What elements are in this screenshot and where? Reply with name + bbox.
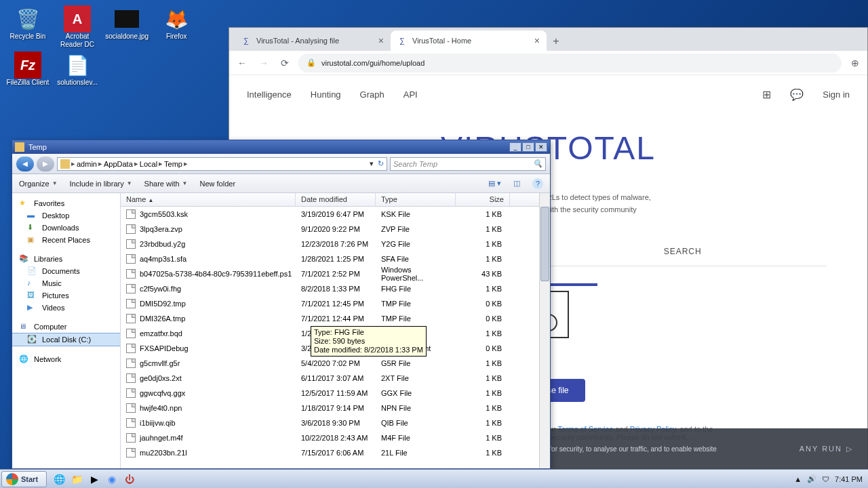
file-row[interactable]: g5cmvllf.g5r5/4/2020 7:02 PMG5R File1 KB: [121, 356, 550, 371]
chat-icon[interactable]: 💬: [790, 88, 804, 101]
desktop-icon-recyclebin[interactable]: 🗑️Recycle Bin: [4, 5, 52, 41]
file-row[interactable]: i1biijvw.qib3/6/2018 9:30 PMQIB File1 KB: [121, 415, 550, 430]
file-row[interactable]: aq4mp3s1.sfa1/28/2021 1:25 PMSFA File1 K…: [121, 251, 550, 266]
sort-asc-icon: ▲: [148, 197, 153, 203]
taskbar-ie[interactable]: 🌐: [51, 472, 67, 487]
acrobat-icon: A: [64, 5, 91, 33]
minimize-button[interactable]: _: [509, 142, 521, 152]
tab-search[interactable]: SEARCH: [664, 247, 702, 256]
maximize-button[interactable]: □: [522, 142, 534, 152]
tray-volume-icon[interactable]: 🔊: [807, 474, 816, 483]
file-row[interactable]: ge0dj0xs.2xt6/11/2017 3:07 AM2XT File1 K…: [121, 371, 550, 386]
sidebar-pictures[interactable]: 🖼Pictures: [12, 289, 120, 302]
sidebar-documents[interactable]: 📄Documents: [12, 265, 120, 277]
taskbar-chrome[interactable]: ◉: [104, 472, 120, 487]
start-button[interactable]: Start: [1, 471, 47, 487]
sidebar-music[interactable]: ♪Music: [12, 277, 120, 289]
nav-intelligence[interactable]: Intelligence: [247, 89, 292, 100]
preview-pane-icon[interactable]: ◫: [513, 179, 520, 188]
tray-shield-icon[interactable]: 🛡: [822, 475, 829, 483]
titlebar[interactable]: Temp _ □ ✕: [12, 140, 550, 154]
share-menu[interactable]: Share with▼: [144, 180, 188, 188]
file-row[interactable]: ggwcqfvq.ggx12/5/2017 11:59 AMGGX File1 …: [121, 386, 550, 401]
desktop: 🗑️Recycle Bin AAcrobat Reader DC sociald…: [0, 0, 231, 136]
file-row[interactable]: mu2203bn.21l7/15/2017 6:06 AM21L File1 K…: [121, 445, 550, 460]
breadcrumb-item[interactable]: Temp: [164, 160, 182, 168]
nav-graph[interactable]: Graph: [360, 89, 384, 100]
new-folder-button[interactable]: New folder: [199, 180, 235, 188]
sidebar-network[interactable]: 🌐Network: [12, 353, 120, 365]
desktop-icon-doc[interactable]: 📄solutionslev...: [54, 52, 101, 87]
file-row[interactable]: 3gcm5503.ksk3/19/2019 6:47 PMKSK File1 K…: [121, 207, 550, 222]
sidebar-videos[interactable]: ▶Videos: [12, 302, 120, 314]
sidebar-favorites[interactable]: ★Favorites: [12, 197, 120, 209]
tab-home[interactable]: ∑ VirusTotal - Home ×: [391, 30, 547, 51]
desktop-icon-filezilla[interactable]: FzFileZilla Client: [4, 52, 52, 87]
col-date[interactable]: Date modified: [296, 193, 376, 206]
file-size: 1 KB: [456, 374, 510, 382]
breadcrumb-item[interactable]: admin: [77, 160, 97, 168]
nav-hunting[interactable]: Hunting: [311, 89, 341, 100]
file-type: GGX File: [376, 389, 456, 397]
help-icon[interactable]: ?: [532, 178, 543, 189]
forward-button[interactable]: →: [256, 55, 271, 71]
close-button[interactable]: ✕: [535, 142, 547, 152]
refresh-icon[interactable]: ↻: [378, 159, 384, 168]
breadcrumb-item[interactable]: AppData: [104, 160, 133, 168]
desktop-icon-acrobat[interactable]: AAcrobat Reader DC: [54, 5, 101, 49]
include-library-menu[interactable]: Include in library▼: [70, 180, 132, 188]
file-row[interactable]: c2f5yw0i.fhg8/2/2018 1:33 PMFHG File1 KB: [121, 281, 550, 296]
file-size: 1 KB: [456, 404, 510, 412]
signin-link[interactable]: Sign in: [823, 89, 850, 100]
scrollbar[interactable]: [539, 193, 550, 468]
file-row[interactable]: hwjfe4t0.npn1/18/2017 9:14 PMNPN File1 K…: [121, 401, 550, 415]
breadcrumb-item[interactable]: Local: [140, 160, 157, 168]
clock[interactable]: 7:41 PM: [835, 475, 863, 483]
organize-menu[interactable]: Organize▼: [19, 180, 58, 188]
file-name: DMI326A.tmp: [140, 314, 185, 323]
nav-api[interactable]: API: [403, 89, 418, 100]
breadcrumb-bar[interactable]: ▸admin ▸AppData ▸Local ▸Temp ▸ ▾ ↻: [57, 157, 387, 171]
file-row[interactable]: 3lpq3era.zvp9/1/2020 9:22 PMZVP File1 KB: [121, 222, 550, 237]
apps-icon[interactable]: ⊞: [762, 88, 771, 101]
back-button[interactable]: ←: [235, 55, 250, 71]
reload-button[interactable]: ⟳: [278, 55, 292, 71]
tab-analysing[interactable]: ∑ VirusTotal - Analysing file ×: [235, 30, 391, 51]
sidebar-libraries[interactable]: 📚Libraries: [12, 253, 120, 265]
file-row[interactable]: b047025a-5738-4b84-80c9-7953911ebeff.ps1…: [121, 266, 550, 281]
search-icon[interactable]: 🔍: [533, 159, 542, 168]
taskbar-app[interactable]: ⏻: [121, 472, 138, 487]
taskbar-explorer[interactable]: 📁: [68, 472, 85, 487]
anyrun-logo: ANY RUN▷: [800, 445, 853, 453]
file-row[interactable]: DMI326A.tmp7/1/2021 12:44 PMTMP File0 KB: [121, 311, 550, 326]
chevron-down-icon[interactable]: ▾: [370, 159, 374, 168]
file-row[interactable]: 23rbdbud.y2g12/23/2018 7:26 PMY2G File1 …: [121, 237, 550, 251]
install-icon[interactable]: ⊕: [848, 55, 862, 71]
sidebar-desktop[interactable]: ▬Desktop: [12, 209, 120, 222]
file-row[interactable]: DMI5D92.tmp7/1/2021 12:45 PMTMP File0 KB: [121, 296, 550, 311]
taskbar-media[interactable]: ▶: [86, 472, 102, 487]
col-name[interactable]: Name ▲: [121, 193, 296, 206]
sidebar-localdisk[interactable]: 💽Local Disk (C:): [12, 333, 120, 346]
col-size[interactable]: Size: [456, 193, 510, 206]
sidebar-downloads[interactable]: ⬇Downloads: [12, 222, 120, 234]
close-icon[interactable]: ×: [378, 35, 384, 46]
search-box[interactable]: Search Temp 🔍: [390, 157, 546, 171]
new-tab-button[interactable]: +: [547, 32, 566, 51]
view-icon[interactable]: ▤ ▾: [488, 179, 501, 188]
file-row[interactable]: jauhnget.m4f10/22/2018 2:43 AMM4F File1 …: [121, 430, 550, 445]
banner-text: ...for security, to analyse our traffic,…: [544, 445, 800, 453]
col-type[interactable]: Type: [376, 193, 456, 206]
close-icon[interactable]: ×: [534, 35, 540, 46]
desktop-icon-firefox[interactable]: 🦊Firefox: [153, 5, 200, 41]
forward-button[interactable]: ►: [37, 157, 54, 171]
sidebar-recent[interactable]: ▣Recent Places: [12, 234, 120, 246]
tray-expand-icon[interactable]: ▲: [794, 475, 802, 483]
back-button[interactable]: ◄: [16, 157, 34, 171]
address-bar[interactable]: 🔒 virustotal.com/gui/home/upload: [298, 54, 842, 73]
desktop-icon-jpg[interactable]: socialdone.jpg: [103, 5, 151, 41]
file-name: hwjfe4t0.npn: [140, 404, 182, 412]
scroll-thumb[interactable]: [540, 207, 549, 281]
sidebar-computer[interactable]: 🖥Computer: [12, 321, 120, 333]
recycle-bin-icon: 🗑️: [14, 5, 41, 33]
